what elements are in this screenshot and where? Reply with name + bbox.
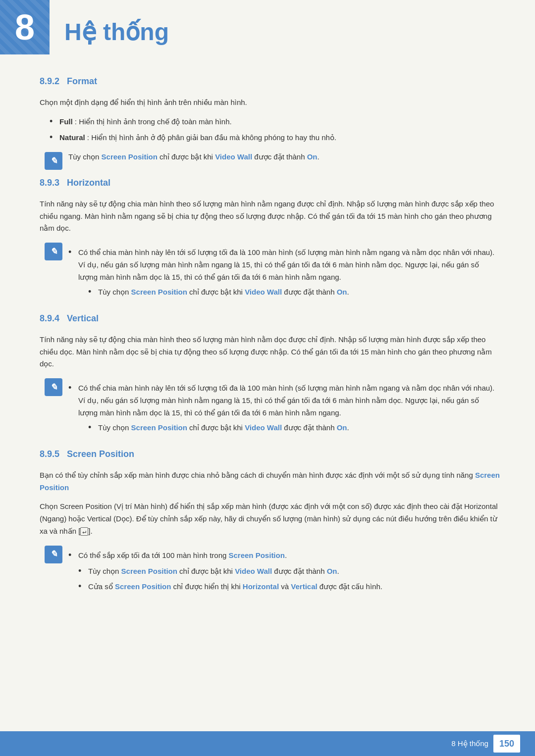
section-895-heading: 8.9.5 Screen Position [40,447,500,461]
section-892-intro: Chọn một định dạng để hiển thị hình ảnh … [40,97,500,109]
note-892-bold2: Video Wall [215,152,252,161]
note-895-item3: Cửa sổ Screen Position chỉ được hiển thị… [78,581,500,593]
bullet-full-label: Full [59,117,73,126]
note-894-sub1: Tùy chọn Screen Position chỉ được bật kh… [88,422,500,434]
note-894-sub1-bold2: Video Wall [245,423,282,432]
note-894-sub1-final: . [347,423,349,432]
section-895-intro2: Chọn Screen Position (Vị trí Màn hình) đ… [40,501,500,537]
note-895-sub-list: Tùy chọn Screen Position chỉ được bật kh… [78,565,500,593]
note-893-main: Có thể chia màn hình này lên tới số lượn… [68,247,500,299]
section-893-intro: Tính năng này sẽ tự động chia màn hình t… [40,198,500,235]
page-header: 8 Hệ thống [0,0,535,54]
note-892-final: . [318,152,320,161]
bullet-full-text: : Hiển thị hình ảnh trong chế độ toàn mà… [75,117,232,126]
section-895-note: ✎ Có thể sắp xếp tối đa tới 100 màn hình… [40,545,500,600]
section-893: 8.9.3 Horizontal Tính năng này sẽ tự độn… [40,176,500,305]
note-895-item2: Tùy chọn Screen Position chỉ được bật kh… [78,565,500,578]
note-icon-inner-892: ✎ [50,154,57,168]
note-895-item3-bold3: Vertical [291,582,317,591]
note-895-item2-text1: Tùy chọn [88,567,121,575]
note-icon-inner-894: ✎ [50,380,57,395]
note-icon-893: ✎ [45,243,62,260]
bullet-full: Full : Hiển thị hình ảnh trong chế độ to… [50,116,500,128]
note-895-item2-bold1: Screen Position [121,567,177,575]
chapter-number: 8 [15,9,35,45]
note-icon-inner-893: ✎ [50,245,57,259]
section-892-bullets: Full : Hiển thị hình ảnh trong chế độ to… [50,116,500,145]
note-895-item3-bold2: Horizontal [243,582,279,591]
note-893-list: Có thể chia màn hình này lên tới số lượn… [68,247,500,299]
note-893-sub1-text1: Tùy chọn [98,288,131,296]
section-894-intro: Tính năng này sẽ tự động chia màn hình t… [40,334,500,370]
note-895-item2-bold3: On [327,567,337,575]
note-895-item3-text1: Cửa sổ [88,582,115,591]
note-893-sub1-final: . [347,288,349,296]
footer-chapter-label: 8 Hệ thống [451,738,488,750]
note-895-item2-bold2: Video Wall [235,567,272,575]
footer-page-number: 150 [493,735,520,753]
note-893-sub1-mid: chỉ được bật khi [187,288,245,296]
section-895-intro1: Bạn có thể tùy chỉnh sắp xếp màn hình đư… [40,469,500,494]
section-895-bold1: Screen Position [40,471,500,492]
note-895-item3-end2: và [279,582,291,591]
note-894-sub1-bold3: On [337,423,347,432]
note-content-895: Có thể sắp xếp tối đa tới 100 màn hình t… [68,545,500,600]
note-894-sub1-text1: Tùy chọn [98,423,131,432]
note-893-sub-list: Tùy chọn Screen Position chỉ được bật kh… [88,286,500,299]
note-893-sub1: Tùy chọn Screen Position chỉ được bật kh… [88,286,500,299]
section-894-note: ✎ Có thể chia màn hình này lên tới số lư… [40,377,500,441]
note-893-sub1-bold3: On [337,288,347,296]
note-893-sub1-bold2: Video Wall [245,288,282,296]
chapter-title: Hệ thống [64,13,169,51]
note-894-list: Có thể chia màn hình này lên tới số lượn… [68,382,500,434]
note-895-item1-end: . [285,551,287,559]
note-893-sub1-bold1: Screen Position [131,288,187,296]
note-895-item3-end3: được đặt cấu hình. [318,582,382,591]
note-894-sub1-mid: chỉ được bật khi [187,423,245,432]
section-893-heading: 8.9.3 Horizontal [40,176,500,190]
main-content: 8.9.2 Format Chọn một định dạng để hiển … [0,74,535,600]
note-content-892: Tùy chọn Screen Position chỉ được bật kh… [68,151,500,163]
note-895-item2-final: . [337,567,339,575]
note-895-item1-text: Có thể sắp xếp tối đa tới 100 màn hình t… [78,551,229,559]
note-icon-895: ✎ [45,546,62,563]
note-892-bold3: On [307,152,318,161]
chapter-number-block: 8 [0,0,50,54]
note-895-item1: Có thể sắp xếp tối đa tới 100 màn hình t… [68,550,500,562]
note-icon-892: ✎ [45,152,62,170]
note-895-item2-mid: chỉ được bật khi [177,567,235,575]
page-container: 8 Hệ thống 8.9.2 Format Chọn một định dạ… [0,0,535,756]
note-895-item1-bold: Screen Position [229,551,285,559]
note-895-item2-end: được đặt thành [272,567,327,575]
note-895-item3-bold1: Screen Position [115,582,171,591]
section-892-heading: 8.9.2 Format [40,74,500,89]
note-892-end: được đặt thành [252,152,307,161]
note-content-893: Có thể chia màn hình này lên tới số lượn… [68,242,500,305]
bullet-natural: Natural : Hiển thị hình ảnh ở độ phân gi… [50,132,500,144]
chapter-title-block: Hệ thống [50,0,169,54]
note-893-sub1-end: được đặt thành [282,288,337,296]
bullet-natural-label: Natural [59,133,85,142]
note-icon-894: ✎ [45,378,62,396]
note-894-sub-list: Tùy chọn Screen Position chỉ được bật kh… [88,422,500,434]
section-893-note: ✎ Có thể chia màn hình này lên tới số lư… [40,242,500,305]
note-895-item3-mid: chỉ được hiển thị khi [171,582,242,591]
note-892-bold1: Screen Position [102,152,158,161]
note-892-mid: chỉ được bật khi [158,152,215,161]
note-892-text1: Tùy chọn [68,152,102,161]
section-894-heading: 8.9.4 Vertical [40,311,500,326]
note-894-sub1-end: được đặt thành [282,423,337,432]
page-footer: 8 Hệ thống 150 [0,731,535,756]
note-content-894: Có thể chia màn hình này lên tới số lượn… [68,377,500,441]
bullet-natural-text: : Hiển thị hình ảnh ở độ phân giải ban đ… [87,133,336,142]
section-892-note: ✎ Tùy chọn Screen Position chỉ được bật … [40,151,500,170]
section-894: 8.9.4 Vertical Tính năng này sẽ tự động … [40,311,500,441]
note-895-list: Có thể sắp xếp tối đa tới 100 màn hình t… [68,550,500,593]
note-894-main: Có thể chia màn hình này lên tới số lượn… [68,382,500,434]
note-icon-inner-895: ✎ [50,547,57,561]
section-895: 8.9.5 Screen Position Bạn có thể tùy chỉ… [40,447,500,600]
note-894-sub1-bold1: Screen Position [131,423,187,432]
section-892: 8.9.2 Format Chọn một định dạng để hiển … [40,74,500,170]
